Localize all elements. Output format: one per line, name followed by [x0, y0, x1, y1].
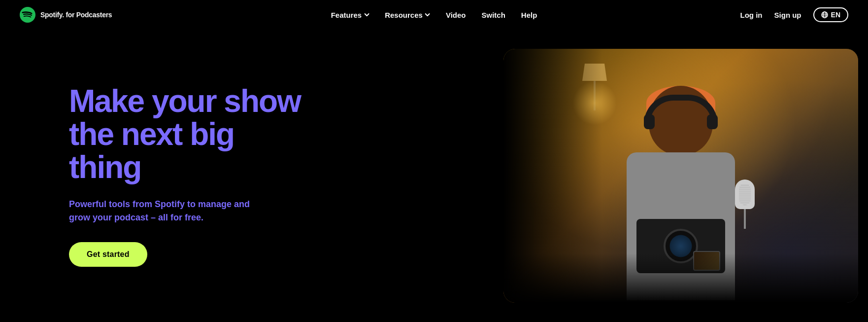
globe-icon: [821, 11, 828, 18]
language-label: EN: [831, 11, 840, 19]
nav-video[interactable]: Video: [446, 11, 466, 19]
microphone: [735, 179, 755, 229]
nav-right: Log in Sign up EN: [740, 7, 848, 22]
nav-switch[interactable]: Switch: [481, 11, 505, 19]
hero-title: Make your show the next big thing: [69, 85, 305, 184]
image-fade-bottom: [503, 253, 858, 303]
language-button[interactable]: EN: [813, 7, 848, 22]
chevron-down-icon: [364, 12, 369, 17]
spotify-logo-icon: [20, 7, 35, 23]
logo[interactable]: Spotify. for Podcasters: [20, 7, 112, 23]
chevron-down-icon: [425, 12, 430, 17]
get-started-button[interactable]: Get started: [69, 242, 147, 267]
headphones: [644, 95, 718, 134]
brand-name: Spotify. for Podcasters: [40, 11, 112, 19]
signup-link[interactable]: Sign up: [774, 11, 801, 19]
login-link[interactable]: Log in: [740, 11, 763, 19]
nav-help[interactable]: Help: [521, 11, 537, 19]
hero-image: [503, 49, 858, 303]
hero-image-area: [494, 30, 868, 322]
svg-point-0: [20, 7, 35, 23]
hero-content: Make your show the next big thing Powerf…: [0, 85, 305, 267]
nav-center: Features Resources Video Switch Help: [331, 11, 537, 19]
hero-subtitle: Powerful tools from Spotify to manage an…: [69, 198, 256, 224]
navbar: Spotify. for Podcasters Features Resourc…: [0, 0, 868, 30]
nav-resources[interactable]: Resources: [385, 11, 430, 19]
nav-features[interactable]: Features: [331, 11, 369, 19]
hero-section: Make your show the next big thing Powerf…: [0, 30, 868, 322]
